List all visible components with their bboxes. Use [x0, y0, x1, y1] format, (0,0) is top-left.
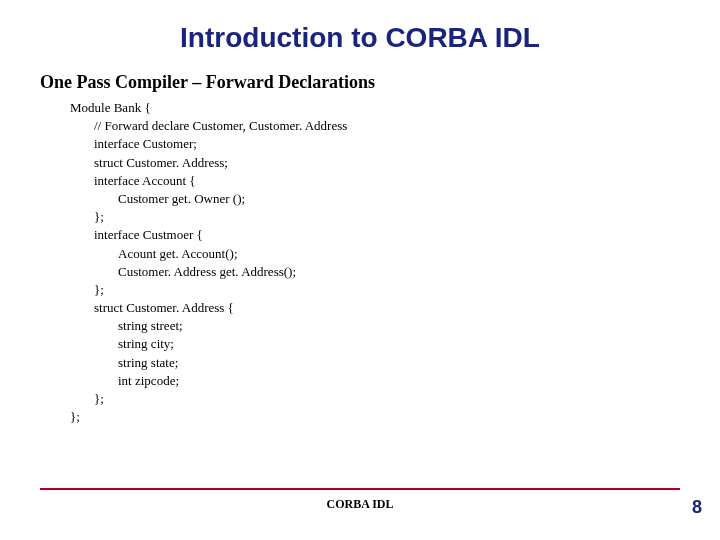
code-line: string state;	[118, 354, 720, 372]
slide-subtitle: One Pass Compiler – Forward Declarations	[40, 72, 720, 93]
code-block: Module Bank {// Forward declare Customer…	[70, 99, 720, 426]
code-line: struct Customer. Address;	[94, 154, 720, 172]
code-line: // Forward declare Customer, Customer. A…	[94, 117, 720, 135]
slide: Introduction to CORBA IDL One Pass Compi…	[0, 0, 720, 540]
code-line: Module Bank {	[70, 99, 720, 117]
code-line: struct Customer. Address {	[94, 299, 720, 317]
footer-line	[40, 488, 680, 490]
code-line: interface Custmoer {	[94, 226, 720, 244]
code-line: string street;	[118, 317, 720, 335]
code-line: };	[70, 408, 720, 426]
code-line: string city;	[118, 335, 720, 353]
code-line: };	[94, 208, 720, 226]
page-number: 8	[692, 497, 702, 518]
code-line: interface Account {	[94, 172, 720, 190]
code-line: int zipcode;	[118, 372, 720, 390]
footer-text: CORBA IDL	[0, 497, 720, 512]
code-line: Customer get. Owner ();	[118, 190, 720, 208]
code-line: Customer. Address get. Address();	[118, 263, 720, 281]
code-line: interface Customer;	[94, 135, 720, 153]
code-line: Acount get. Account();	[118, 245, 720, 263]
slide-title: Introduction to CORBA IDL	[0, 0, 720, 54]
code-line: };	[94, 390, 720, 408]
code-line: };	[94, 281, 720, 299]
